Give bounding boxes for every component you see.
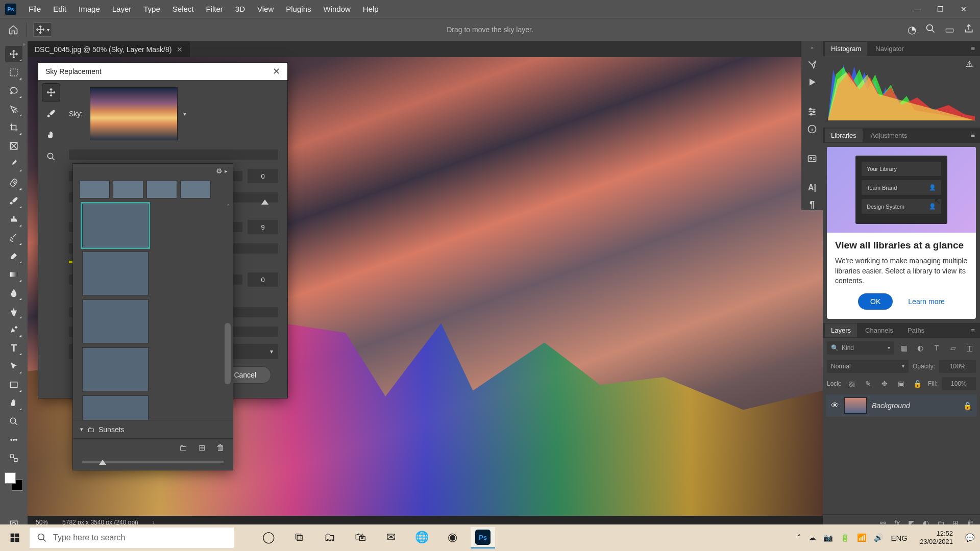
layer-thumbnail[interactable]	[844, 397, 867, 414]
move-tool-indicator[interactable]: ▾	[33, 22, 52, 37]
tray-chevron-icon[interactable]: ˄	[797, 533, 801, 542]
sky-hand-tool[interactable]	[42, 126, 60, 144]
lasso-tool[interactable]	[5, 83, 22, 99]
gradient-tool[interactable]	[5, 266, 22, 283]
character-panel-icon[interactable]: A|	[808, 183, 816, 192]
rectangle-tool[interactable]	[5, 377, 22, 393]
language-indicator[interactable]: ENG	[891, 534, 908, 542]
scroll-up-icon[interactable]: ˄	[227, 204, 230, 211]
sky-preset-thumb[interactable]	[82, 204, 149, 247]
filter-pixel-icon[interactable]: ▦	[897, 341, 911, 355]
info-icon[interactable]	[807, 124, 817, 134]
menu-type[interactable]: Type	[137, 5, 166, 13]
sky-brush-tool[interactable]	[42, 105, 60, 123]
type-tool[interactable]: T	[5, 340, 22, 356]
close-tab-icon[interactable]: ✕	[177, 45, 183, 54]
crop-tool[interactable]	[5, 119, 22, 136]
blur-tool[interactable]	[5, 285, 22, 301]
menu-layer[interactable]: Layer	[106, 5, 138, 13]
lighting-value[interactable]: 0	[248, 272, 278, 287]
tab-channels[interactable]: Channels	[859, 323, 899, 337]
window-close-button[interactable]: ✕	[952, 2, 975, 16]
menu-filter[interactable]: Filter	[200, 5, 229, 13]
start-button[interactable]	[0, 533, 30, 543]
sky-preset-thumb[interactable]	[82, 299, 149, 343]
panel-menu-icon[interactable]: ≡	[968, 131, 978, 139]
tab-adjustments[interactable]: Adjustments	[865, 129, 914, 142]
color-swatches[interactable]	[5, 472, 23, 491]
filter-type-icon[interactable]: T	[930, 341, 943, 355]
marquee-tool[interactable]	[5, 64, 22, 81]
menu-plugins[interactable]: Plugins	[280, 5, 317, 13]
task-view-icon[interactable]: ◯	[256, 527, 281, 548]
store-icon[interactable]: 🛍	[348, 527, 373, 548]
sky-preset-thumb[interactable]	[82, 252, 149, 295]
window-restore-button[interactable]: ❐	[929, 2, 952, 16]
menu-3d[interactable]: 3D	[229, 5, 251, 13]
window-minimize-button[interactable]: —	[906, 2, 929, 16]
lock-transparency-icon[interactable]: ▨	[846, 377, 858, 390]
menu-image[interactable]: Image	[72, 5, 106, 13]
path-select-tool[interactable]	[5, 358, 22, 374]
foreground-color-swatch[interactable]	[5, 472, 16, 484]
opacity-input[interactable]: 100%	[939, 360, 976, 373]
panel-menu-icon[interactable]: ≡	[968, 44, 978, 53]
fade-edge-value[interactable]: 0	[248, 169, 278, 183]
quick-select-tool[interactable]	[5, 101, 22, 117]
expand-tools-icon[interactable]: »	[23, 42, 26, 47]
meet-now-icon[interactable]: 📷	[823, 533, 833, 542]
dodge-tool[interactable]	[5, 303, 22, 319]
panel-icon[interactable]	[807, 60, 817, 70]
volume-icon[interactable]: 🔊	[874, 533, 884, 542]
menu-window[interactable]: Window	[317, 5, 356, 13]
lock-all-icon[interactable]: 🔒	[912, 377, 924, 390]
wifi-icon[interactable]: 📶	[857, 533, 867, 542]
brush-tool[interactable]	[5, 193, 22, 209]
lock-artboard-icon[interactable]: ▣	[895, 377, 908, 390]
healing-brush-tool[interactable]	[5, 174, 22, 191]
expand-panels-icon[interactable]: «	[811, 45, 814, 51]
frame-tool[interactable]	[5, 138, 22, 154]
sky-preset-thumb[interactable]	[82, 395, 149, 420]
sky-move-tool[interactable]	[42, 83, 60, 102]
blend-mode-select[interactable]: Normal▾	[827, 360, 909, 373]
menu-view[interactable]: View	[251, 5, 280, 13]
sky-zoom-tool[interactable]	[42, 147, 60, 166]
preset-folder-row[interactable]: ▾ 🗀 Sunsets	[73, 420, 233, 438]
lock-position-icon[interactable]: ✥	[878, 377, 891, 390]
new-preset-icon[interactable]: ⊞	[199, 443, 205, 453]
tab-paths[interactable]: Paths	[901, 323, 930, 337]
menu-edit[interactable]: Edit	[47, 5, 72, 13]
thumbnail-size-slider[interactable]	[82, 461, 224, 463]
edit-toolbar-icon[interactable]	[5, 450, 22, 466]
history-brush-tool[interactable]	[5, 230, 22, 246]
workspace-icon[interactable]: ▭	[945, 23, 954, 36]
eraser-tool[interactable]	[5, 248, 22, 264]
clone-stamp-tool[interactable]	[5, 211, 22, 228]
lock-paint-icon[interactable]: ✎	[862, 377, 874, 390]
dialog-close-icon[interactable]: ✕	[273, 66, 280, 77]
ok-button[interactable]: OK	[858, 293, 893, 310]
layer-filter-kind[interactable]: 🔍Kind▾	[827, 341, 894, 355]
hand-tool[interactable]	[5, 395, 22, 411]
tab-libraries[interactable]: Libraries	[825, 129, 863, 142]
edge-icon[interactable]: 🌐	[409, 527, 434, 548]
sky-preview-dropdown[interactable]: ▾	[90, 87, 178, 140]
lock-icon[interactable]: 🔒	[963, 402, 972, 410]
zoom-tool[interactable]	[5, 413, 22, 430]
layer-row-background[interactable]: 👁 Background 🔒	[826, 394, 977, 417]
sky-recent-thumb[interactable]	[113, 180, 143, 198]
filter-shape-icon[interactable]: ▱	[946, 341, 960, 355]
visibility-toggle-icon[interactable]: 👁	[831, 401, 839, 410]
learn-more-link[interactable]: Learn more	[908, 297, 945, 306]
panel-menu-icon[interactable]: ≡	[968, 327, 978, 335]
photoshop-taskbar-icon[interactable]: Ps	[471, 527, 495, 548]
menu-file[interactable]: File	[22, 5, 47, 13]
chrome-icon[interactable]: ◉	[440, 527, 464, 548]
search-icon[interactable]	[925, 23, 936, 36]
tab-histogram[interactable]: Histogram	[825, 42, 867, 56]
pen-tool[interactable]	[5, 321, 22, 338]
menu-select[interactable]: Select	[166, 5, 200, 13]
fill-input[interactable]: 100%	[942, 377, 976, 390]
identity-icon[interactable]	[807, 154, 817, 164]
